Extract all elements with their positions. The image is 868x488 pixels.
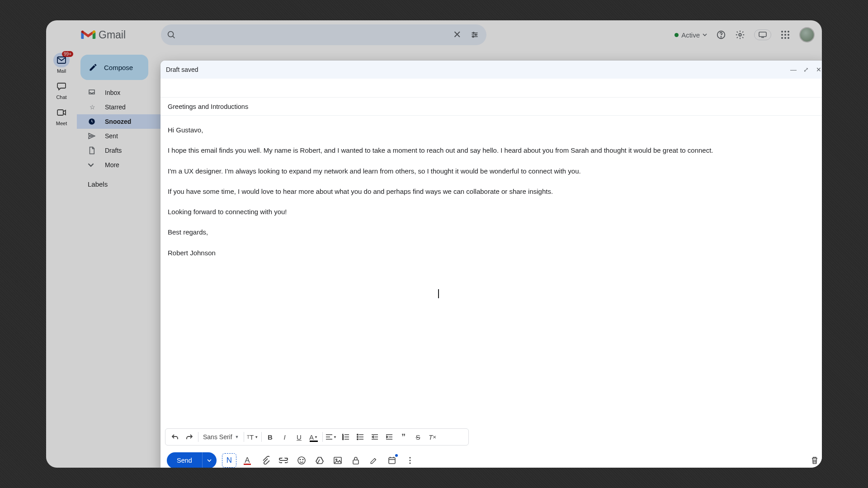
compose-button[interactable]: Compose: [80, 55, 148, 80]
insert-photo-button[interactable]: [330, 453, 345, 468]
insert-emoji-button[interactable]: [294, 453, 309, 468]
mail-icon: [57, 56, 66, 64]
text-cursor-icon: [438, 289, 439, 298]
search-icon: [166, 30, 176, 40]
gmail-logo[interactable]: Gmail: [80, 29, 126, 41]
indent-more-button[interactable]: [382, 430, 396, 444]
font-size-button[interactable]: TT▼: [246, 430, 259, 444]
indent-less-button[interactable]: [368, 430, 382, 444]
svg-rect-11: [759, 32, 766, 37]
font-family-selector[interactable]: Sans Serif▼: [200, 430, 242, 444]
close-icon[interactable]: ✕: [815, 66, 822, 73]
more-options-button[interactable]: [403, 453, 417, 468]
confidential-mode-button[interactable]: [349, 453, 363, 468]
bold-button[interactable]: B: [264, 430, 277, 444]
redo-button[interactable]: [183, 430, 196, 444]
chat-icon: [57, 82, 66, 90]
svg-point-6: [475, 34, 476, 36]
remove-formatting-button[interactable]: T✕: [426, 430, 439, 444]
formatting-toolbar: Sans Serif▼ TT▼ B I U A▼ ▼ 123 ” S T✕: [165, 428, 469, 446]
spellcheck-button[interactable]: N: [222, 453, 236, 468]
fullscreen-icon[interactable]: ⤢: [802, 66, 810, 73]
meet-icon: [57, 109, 66, 116]
svg-point-49: [302, 459, 303, 460]
italic-button[interactable]: I: [278, 430, 292, 444]
text-color-button[interactable]: A▼: [307, 430, 321, 444]
apps-grid-icon[interactable]: [780, 30, 790, 40]
svg-point-14: [784, 31, 786, 33]
rail-chat[interactable]: Chat: [53, 79, 70, 100]
svg-rect-53: [389, 458, 395, 464]
chevron-down-icon: [703, 33, 707, 37]
strikethrough-button[interactable]: S: [411, 430, 425, 444]
clock-icon: [88, 117, 97, 126]
compose-to-field[interactable]: [160, 79, 822, 98]
insert-link-button[interactable]: [276, 453, 291, 468]
svg-point-39: [357, 439, 358, 440]
svg-point-57: [409, 457, 410, 458]
compose-title: Draft saved: [166, 66, 198, 73]
product-name: Gmail: [99, 29, 126, 41]
svg-point-38: [357, 436, 358, 438]
insert-signature-button[interactable]: [367, 453, 381, 468]
insert-drive-button[interactable]: [312, 453, 327, 468]
align-button[interactable]: ▼: [325, 430, 338, 444]
settings-icon[interactable]: [735, 30, 745, 40]
numbered-list-button[interactable]: 123: [339, 430, 353, 444]
status-chip[interactable]: Active: [675, 31, 707, 39]
svg-point-37: [357, 434, 358, 436]
svg-line-1: [173, 36, 175, 38]
text-format-button[interactable]: A: [240, 453, 255, 468]
compose-body[interactable]: Hi Gustavo, I hope this email finds you …: [160, 116, 822, 428]
pencil-icon: [89, 63, 98, 72]
compose-title-bar[interactable]: Draft saved — ⤢ ✕: [160, 61, 822, 79]
underline-button[interactable]: U: [292, 430, 306, 444]
schedule-button[interactable]: [385, 453, 399, 468]
send-icon: [88, 132, 97, 140]
minimize-icon[interactable]: —: [789, 66, 797, 73]
search-bar[interactable]: ✕: [161, 24, 486, 45]
svg-point-51: [335, 459, 337, 460]
compose-subject-field[interactable]: Greetings and Introductions: [160, 98, 822, 116]
svg-point-13: [781, 31, 783, 33]
clear-search-icon[interactable]: ✕: [453, 29, 461, 41]
mail-badge: 99+: [62, 51, 73, 57]
compose-action-bar: Send N A: [160, 448, 822, 468]
draft-icon: [88, 146, 97, 155]
svg-point-21: [788, 37, 789, 39]
svg-point-17: [784, 34, 786, 36]
account-avatar[interactable]: [799, 27, 815, 42]
svg-rect-23: [57, 110, 63, 115]
chevron-down-icon: [88, 162, 97, 168]
svg-point-19: [781, 37, 783, 39]
svg-point-58: [409, 460, 410, 461]
undo-button[interactable]: [168, 430, 182, 444]
svg-rect-52: [353, 460, 359, 464]
send-button[interactable]: Send: [167, 452, 202, 468]
quote-button[interactable]: ”: [397, 430, 410, 444]
rail-meet[interactable]: Meet: [53, 105, 70, 126]
search-options-icon[interactable]: [470, 30, 479, 39]
svg-point-59: [409, 462, 410, 464]
svg-point-7: [472, 36, 474, 38]
status-label: Active: [681, 31, 700, 39]
status-dot-icon: [675, 33, 679, 37]
svg-point-0: [168, 32, 174, 37]
svg-point-16: [781, 34, 783, 36]
bulleted-list-button[interactable]: [354, 430, 367, 444]
svg-point-20: [784, 37, 786, 39]
svg-text:3: 3: [342, 438, 344, 440]
svg-point-10: [739, 33, 741, 36]
support-icon[interactable]: [716, 30, 726, 40]
svg-point-48: [300, 459, 301, 460]
inbox-icon: [88, 89, 97, 97]
cast-badge[interactable]: [754, 29, 771, 40]
send-options-button[interactable]: [202, 452, 217, 468]
attach-file-button[interactable]: [258, 453, 273, 468]
svg-point-18: [788, 34, 789, 36]
svg-point-5: [473, 32, 474, 33]
rail-mail[interactable]: 99+ Mail: [53, 53, 70, 74]
discard-draft-button[interactable]: [807, 453, 822, 468]
star-icon: ☆: [88, 103, 97, 111]
compose-dialog: Draft saved — ⤢ ✕ Greetings and Introduc…: [160, 61, 822, 468]
